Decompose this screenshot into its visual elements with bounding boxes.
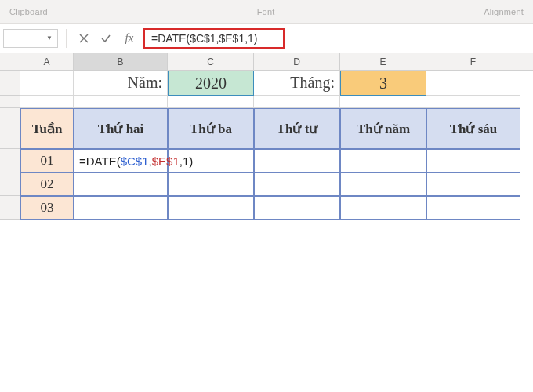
cell-B-week02[interactable]	[74, 172, 168, 196]
cell-week-03[interactable]: 03	[20, 196, 74, 220]
cell-week-01[interactable]: 01	[20, 149, 74, 172]
cell-B-week03[interactable]	[74, 196, 168, 220]
row-3-header: Tuần Thứ hai Thứ ba Thứ tư Thứ năm Thứ s…	[0, 108, 533, 149]
worksheet-grid[interactable]: Năm: 2020 Tháng: 3 Tuần Thứ hai Thứ ba T…	[0, 71, 533, 220]
cell-D1[interactable]: Tháng:	[254, 71, 340, 96]
column-header-C[interactable]: C	[168, 53, 254, 70]
cell-C1[interactable]: 2020	[168, 71, 254, 96]
cell-D2[interactable]	[254, 96, 340, 108]
cancel-button[interactable]	[74, 29, 93, 48]
row-2	[0, 96, 533, 108]
cell-E1[interactable]: 3	[340, 71, 426, 96]
cell-D-week03[interactable]	[254, 196, 340, 220]
cell-dow-thu[interactable]: Thứ năm	[340, 108, 426, 149]
formula-text: =DATE($C$1,$E$1,1)	[151, 32, 258, 45]
month-label: Tháng:	[290, 74, 335, 92]
cell-C2[interactable]	[168, 96, 254, 108]
dropdown-icon[interactable]: ▼	[46, 34, 53, 42]
x-icon	[78, 33, 89, 44]
formula-bar: ▼ fx =DATE($C$1,$E$1,1)	[0, 24, 533, 53]
ribbon-group-alignment: Alignment	[484, 7, 524, 16]
ribbon-groups-strip: Clipboard Font Alignment	[0, 0, 533, 24]
cell-dow-mon[interactable]: Thứ hai	[74, 108, 168, 149]
cell-dow-tue[interactable]: Thứ ba	[168, 108, 254, 149]
row-1: Năm: 2020 Tháng: 3	[0, 71, 533, 96]
column-header-D[interactable]: D	[254, 53, 340, 70]
column-header-E[interactable]: E	[340, 53, 426, 70]
row-header-4[interactable]	[0, 149, 20, 172]
cell-D-week02[interactable]	[254, 172, 340, 196]
formula-ref2: $E$1	[152, 154, 179, 168]
cell-dow-fri[interactable]: Thứ sáu	[426, 108, 520, 149]
insert-function-button[interactable]: fx	[118, 29, 140, 48]
cell-B2[interactable]	[74, 96, 168, 108]
cell-C-week03[interactable]	[168, 196, 254, 220]
cell-E-week02[interactable]	[340, 172, 426, 196]
row-week-03: 03	[0, 196, 533, 220]
excel-window: Clipboard Font Alignment ▼ fx =DATE($C$1…	[0, 0, 533, 392]
formula-tail: 1)	[183, 154, 193, 168]
cell-F2[interactable]	[426, 96, 520, 108]
row-week-01: 01 =DATE($C$1,$E$1,1)	[0, 149, 533, 172]
cell-B1[interactable]: Năm:	[74, 71, 168, 96]
ribbon-group-clipboard: Clipboard	[9, 7, 48, 16]
cell-D-week01[interactable]	[254, 149, 340, 172]
select-all-corner[interactable]	[0, 53, 20, 70]
row-header-2[interactable]	[0, 96, 20, 108]
cell-C-week02[interactable]	[168, 172, 254, 196]
year-label: Năm:	[128, 74, 162, 92]
cell-F-week01[interactable]	[426, 149, 520, 172]
cell-E-week01[interactable]	[340, 149, 426, 172]
cell-F-week02[interactable]	[426, 172, 520, 196]
cell-week-header[interactable]: Tuần	[20, 108, 74, 149]
formula-prefix: =DATE(	[79, 154, 121, 168]
column-header-F[interactable]: F	[426, 53, 520, 70]
column-header-B[interactable]: B	[74, 53, 168, 70]
row-header-1[interactable]	[0, 71, 20, 96]
column-headers: A B C D E F	[0, 53, 533, 71]
row-header-6[interactable]	[0, 196, 20, 220]
cell-week-02[interactable]: 02	[20, 172, 74, 196]
cell-A1[interactable]	[20, 71, 74, 96]
row-header-5[interactable]	[0, 172, 20, 196]
month-value: 3	[379, 74, 387, 93]
row-header-3[interactable]	[0, 108, 20, 149]
cell-E2[interactable]	[340, 96, 426, 108]
row-week-02: 02	[0, 172, 533, 196]
check-icon	[100, 33, 111, 44]
ribbon-group-font: Font	[257, 7, 275, 16]
formula-input[interactable]: =DATE($C$1,$E$1,1)	[143, 28, 285, 49]
name-box[interactable]: ▼	[3, 29, 58, 48]
cell-dow-wed[interactable]: Thứ tư	[254, 108, 340, 149]
cell-E-week03[interactable]	[340, 196, 426, 220]
year-value: 2020	[195, 74, 227, 93]
separator	[66, 29, 67, 48]
cell-F1[interactable]	[426, 71, 520, 96]
formula-ref1: $C$1	[121, 154, 149, 168]
cell-F-week03[interactable]	[426, 196, 520, 220]
fx-label: fx	[125, 31, 134, 45]
enter-button[interactable]	[96, 29, 115, 48]
cell-A2[interactable]	[20, 96, 74, 108]
cell-B-week01-editing[interactable]: =DATE($C$1,$E$1,1)	[74, 149, 168, 172]
column-header-A[interactable]: A	[20, 53, 74, 70]
